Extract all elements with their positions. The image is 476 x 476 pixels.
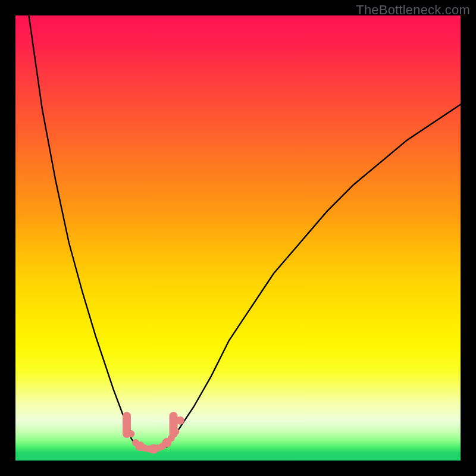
plot-area bbox=[15, 15, 461, 461]
marker-group bbox=[123, 416, 184, 453]
curve-right bbox=[167, 105, 461, 447]
chart-stage: TheBottleneck.com bbox=[0, 0, 476, 476]
curve-left bbox=[29, 15, 140, 447]
curve-layer bbox=[15, 15, 461, 461]
